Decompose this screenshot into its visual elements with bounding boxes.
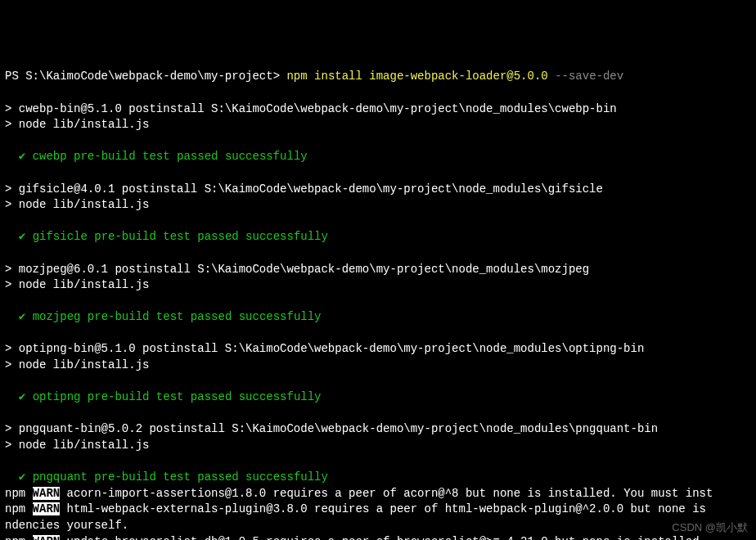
node-install-line: > node lib/install.js (5, 278, 149, 291)
node-install-line: > node lib/install.js (5, 198, 149, 211)
postinstall-line: > pngquant-bin@5.0.2 postinstall S:\Kaim… (5, 422, 658, 435)
warn-badge: WARN (33, 502, 61, 515)
npm-prefix: npm (5, 535, 33, 540)
prompt-path: PS S:\KaimoCode\webpack-demo\my-project> (5, 70, 286, 83)
check-icon: ✔ (5, 390, 33, 403)
warn-badge: WARN (33, 535, 61, 540)
check-icon: ✔ (5, 310, 33, 323)
warn-message: html-webpack-externals-plugin@3.8.0 requ… (60, 502, 713, 515)
node-install-line: > node lib/install.js (5, 439, 149, 452)
success-message: gifsicle pre-build test passed successfu… (33, 230, 328, 243)
watermark: CSDN @凯小默 (672, 520, 748, 535)
node-install-line: > node lib/install.js (5, 358, 149, 371)
warn-message: acorn-import-assertions@1.8.0 requires a… (60, 487, 713, 500)
check-icon: ✔ (5, 470, 33, 484)
terminal-output[interactable]: PS S:\KaimoCode\webpack-demo\my-project>… (5, 69, 751, 540)
check-icon: ✔ (5, 230, 33, 243)
postinstall-line: > mozjpeg@6.0.1 postinstall S:\KaimoCode… (5, 263, 589, 276)
success-message: pngquant pre-build test passed successfu… (33, 470, 328, 484)
success-message: optipng pre-build test passed successful… (33, 390, 322, 403)
node-install-line: > node lib/install.js (5, 118, 149, 131)
npm-flag: --save-dev (555, 70, 623, 83)
warn-continuation: ndencies yourself. (5, 519, 128, 532)
postinstall-line: > cwebp-bin@5.1.0 postinstall S:\KaimoCo… (5, 102, 617, 115)
npm-prefix: npm (5, 487, 33, 500)
success-message: mozjpeg pre-build test passed successful… (33, 310, 322, 323)
warn-badge: WARN (33, 487, 61, 500)
warn-message: update-browserslist-db@1.0.5 requires a … (60, 535, 713, 540)
postinstall-line: > gifsicle@4.0.1 postinstall S:\KaimoCod… (5, 182, 603, 196)
postinstall-line: > optipng-bin@5.1.0 postinstall S:\Kaimo… (5, 342, 644, 355)
npm-command: npm install image-webpack-loader@5.0.0 (286, 70, 555, 83)
check-icon: ✔ (5, 150, 33, 163)
success-message: cwebp pre-build test passed successfully (33, 150, 308, 163)
npm-prefix: npm (5, 502, 33, 515)
